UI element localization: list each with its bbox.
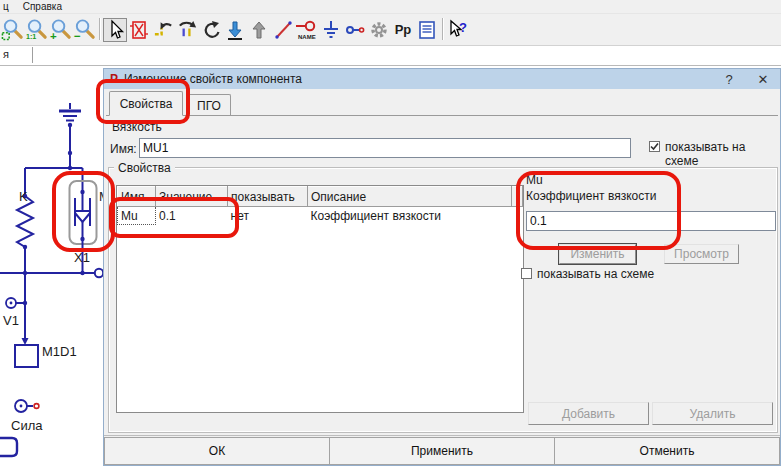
zoom-window-icon [1,18,24,41]
dialog-close-button[interactable]: ✕ [750,71,776,87]
svg-text:?: ? [459,20,467,35]
cancel-button[interactable]: Отменить [554,437,780,465]
table-header-row: Имя Значение показывать Описание [118,187,523,207]
mass-block[interactable] [15,345,38,367]
cancel-button-label: Отменить [640,444,695,458]
component-type-label: Вязкость [112,120,162,134]
tab-page-top-border [106,115,778,116]
param-desc-label: Коэффициент вязкости [526,189,656,203]
force-source[interactable] [15,400,39,412]
move-up-button[interactable] [247,18,271,42]
ground-symbol[interactable] [59,103,81,121]
svg-text:−: − [73,30,80,41]
properties-table[interactable]: Имя Значение показывать Описание Mu 0.1 … [117,186,523,225]
mirror-rotate-icon [176,18,199,41]
add-button-label: Добавить [562,407,615,421]
dialog-footer: ОК Применить Отменить [104,435,780,466]
arrow-down-icon [224,19,246,41]
label-k: K [19,189,28,204]
svg-text:+: + [49,30,56,41]
zoom-in-icon: + [49,18,72,41]
show-param-label: показывать на схеме [537,267,654,281]
col-name[interactable]: Имя [118,187,156,207]
dialog-icon: Р [110,72,118,86]
view-button[interactable]: Просмотр [664,244,739,264]
connector-icon [344,19,366,41]
label-sila: Сила [11,418,43,433]
col-value[interactable]: Значение [156,187,228,207]
zoom-actual-button[interactable]: 1:1 [24,18,48,42]
col-description[interactable]: Описание [308,187,512,207]
document-tab-partial[interactable]: я [3,48,9,60]
name-tool-button[interactable]: NAME [295,18,319,42]
properties-groupbox-title: Свойства [114,161,175,175]
check-icon [650,142,659,151]
dialog-titlebar[interactable]: Р Изменение свойств компонента [104,69,780,89]
name-input[interactable] [139,138,631,158]
table-row[interactable]: Mu 0.1 нет Коэффициент вязкости [118,207,523,225]
change-button[interactable]: Изменить [559,244,636,264]
zoom-in-button[interactable]: + [48,18,72,42]
settings-button[interactable] [367,18,391,42]
tab-pgo[interactable]: ПГО [187,94,231,116]
mirror-rotate-button[interactable] [175,18,199,42]
line-icon [272,19,294,41]
view-button-label: Просмотр [674,247,729,261]
rotate-button[interactable] [199,18,223,42]
ground-icon [320,19,342,41]
tab-pgo-label: ПГО [197,99,221,113]
cell-name[interactable]: Mu [118,207,156,225]
menu-item-partial[interactable]: ц [3,1,9,12]
label-v1: V1 [3,313,19,328]
label-m1d1: M1D1 [42,344,77,359]
ok-button-label: ОК [209,444,225,458]
show-param-checkbox[interactable] [521,268,532,279]
cell-extra [512,207,523,225]
svg-text:1:1: 1:1 [25,33,35,41]
parameters-button[interactable]: Pp [391,18,415,42]
arrow-up-icon [248,19,270,41]
help-cursor-icon: ? [446,18,470,42]
apply-button[interactable]: Применить [329,437,555,465]
add-button[interactable]: Добавить [528,402,649,425]
cell-show[interactable]: нет [228,207,308,225]
name-tool-icon: NAME [295,18,319,42]
context-help-button[interactable]: ? [446,18,470,42]
show-on-schema-checkbox[interactable] [649,141,660,152]
pp-icon: Pp [395,22,412,37]
draw-line-button[interactable] [271,18,295,42]
ok-button[interactable]: ОК [104,437,330,465]
cell-value[interactable]: 0.1 [156,207,228,225]
col-show[interactable]: показывать [228,187,308,207]
move-down-button[interactable] [223,18,247,42]
delete-button-label: Удалить [690,407,736,421]
change-button-label: Изменить [570,247,624,261]
form-icon [416,19,438,41]
connector-button[interactable] [343,18,367,42]
toolbar-separator [96,18,103,42]
component-icon [128,19,150,41]
menu-item-help[interactable]: Справка [23,1,62,12]
component-button[interactable] [127,18,151,42]
ground-button[interactable] [319,18,343,42]
route-undo-button[interactable] [151,18,175,42]
show-on-schema-label: показывать на схеме [665,140,780,168]
gear-icon [368,19,390,41]
select-cursor-button[interactable] [103,18,127,42]
route-undo-icon [152,18,175,41]
zoom-window-button[interactable] [0,18,24,42]
param-value-input[interactable] [526,211,776,231]
app-window: ц Справка 1:1 + [0,0,781,466]
tab-properties[interactable]: Свойства [109,91,183,116]
delete-button[interactable]: Удалить [652,402,773,425]
zoom-out-button[interactable]: − [72,18,96,42]
terminal-c[interactable] [95,269,103,277]
cell-description[interactable]: Коэффициент вязкости [308,207,512,225]
spring-component[interactable] [17,168,33,273]
rotate-icon [200,19,222,41]
properties-dialog: Р Изменение свойств компонента ? ✕ Свойс… [103,68,781,466]
name-field-label: Имя: [110,142,137,156]
dialog-help-button[interactable]: ? [716,71,742,87]
form-button[interactable] [415,18,439,42]
partial-component [0,438,17,456]
